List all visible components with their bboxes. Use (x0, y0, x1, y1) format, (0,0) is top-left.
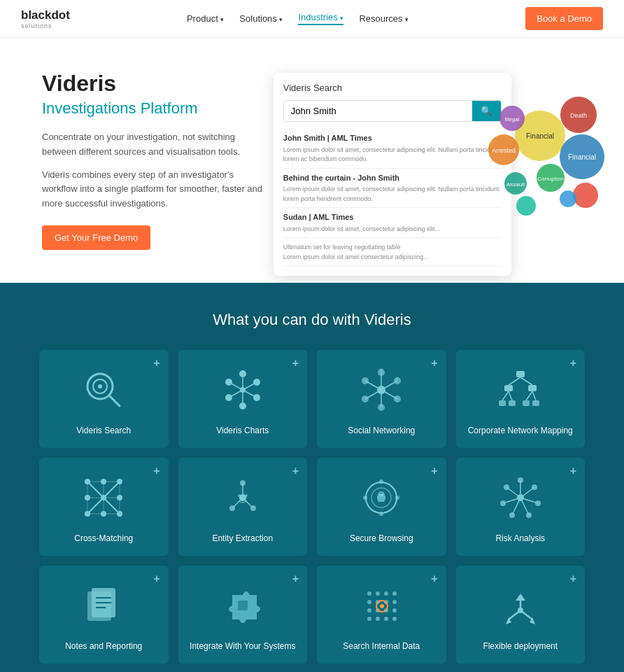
svg-marker-135 (516, 594, 525, 601)
plus-icon: + (431, 465, 437, 477)
svg-rect-54 (523, 400, 530, 406)
plus-icon: + (570, 357, 576, 370)
card-label: Integrate With Your Systems (190, 641, 295, 651)
nav-product[interactable]: Product ▾ (187, 13, 224, 24)
nav-industries[interactable]: Industries ▾ (298, 12, 343, 25)
card-label: Social Networking (348, 426, 415, 435)
svg-text:Corruption: Corruption (537, 176, 563, 182)
svg-line-46 (365, 381, 381, 390)
hero-p2: Videris combines every step of an invest… (42, 168, 267, 211)
svg-point-94 (395, 496, 399, 500)
svg-point-95 (379, 512, 383, 516)
plus-icon: + (153, 573, 159, 585)
svg-text:Death: Death (570, 112, 587, 119)
svg-point-131 (384, 617, 388, 621)
result-1: John Smith | AML Times Lorem ipsum dolor… (283, 129, 502, 169)
svg-line-61 (532, 391, 536, 400)
card-risk-analysis[interactable]: + (456, 458, 586, 556)
social-icon (357, 365, 406, 414)
card-secure-browsing[interactable]: + Secure Browsing (317, 458, 446, 556)
result-3: Sudan | AML Times Lorem ipsum dolor sit … (283, 208, 502, 238)
card-label: Entity Extraction (212, 533, 273, 543)
network-icon (496, 365, 545, 414)
card-label: Secure Browsing (350, 533, 413, 543)
card-videris-charts[interactable]: + Videris Charts (178, 350, 308, 448)
card-cross-matching[interactable]: + (39, 458, 169, 556)
svg-point-130 (376, 617, 380, 621)
svg-line-56 (509, 377, 520, 385)
svg-line-60 (526, 391, 532, 400)
svg-rect-49 (516, 371, 525, 377)
hero-text: Videris Investigations Platform Concentr… (42, 71, 267, 250)
cross-icon (79, 473, 128, 522)
internal-search-icon (357, 581, 406, 630)
svg-line-85 (232, 498, 243, 508)
svg-point-48 (396, 377, 399, 381)
card-notes-reporting[interactable]: + Notes and Reporting (39, 566, 169, 664)
svg-rect-51 (528, 385, 537, 391)
svg-point-125 (367, 608, 371, 612)
svg-line-106 (520, 487, 534, 498)
svg-point-88 (245, 494, 248, 497)
cross-icon-area (48, 469, 160, 526)
svg-point-121 (367, 600, 371, 604)
plus-icon: + (292, 357, 299, 370)
internal-search-icon-area (325, 577, 438, 634)
card-label: Videris Search (76, 426, 131, 435)
svg-line-59 (509, 391, 512, 400)
book-demo-button[interactable]: Book a Demo (525, 7, 603, 30)
card-social-networking[interactable]: + (317, 350, 446, 448)
svg-line-45 (365, 390, 381, 399)
svg-line-57 (520, 377, 532, 385)
card-corporate-network[interactable]: + (456, 350, 586, 448)
svg-line-29 (243, 382, 257, 390)
svg-point-120 (392, 592, 397, 596)
features-heading: What you can do with Videris (28, 311, 596, 329)
search-results: John Smith | AML Times Lorem ipsum dolor… (283, 129, 502, 266)
card-label: Search Internal Data (343, 641, 420, 651)
card-videris-search[interactable]: + Videris Search (39, 350, 169, 448)
svg-rect-55 (532, 400, 539, 406)
secure-icon (357, 473, 406, 522)
risk-icon (496, 473, 545, 522)
card-flexible-deployment[interactable]: + Flexible deployment (456, 566, 586, 664)
svg-point-14 (573, 183, 598, 208)
svg-text:Financial: Financial (526, 132, 554, 140)
plus-icon: + (292, 573, 299, 585)
svg-text:Assault: Assault (506, 181, 525, 188)
search-icon (79, 365, 128, 414)
nav-links: Product ▾ Solutions ▾ Industries ▾ Resou… (187, 12, 409, 25)
card-label: Flexible deployment (483, 641, 558, 651)
svg-line-42 (381, 381, 397, 390)
hero-subtitle: Investigations Platform (42, 99, 267, 118)
logo[interactable]: blackdot solutions (21, 8, 70, 29)
hero-p1: Concentrate on your investigation, not s… (42, 130, 267, 160)
plus-icon: + (431, 573, 437, 585)
deployment-icon (496, 581, 545, 630)
svg-rect-50 (504, 385, 513, 391)
svg-point-118 (376, 592, 380, 596)
card-integrate-systems[interactable]: + Integrate With Your Systems (178, 566, 308, 664)
plus-icon: + (431, 357, 437, 370)
hero-section: Videris Investigations Platform Concentr… (0, 38, 624, 283)
notes-icon-area (48, 577, 160, 634)
deployment-icon-area (465, 577, 577, 634)
secure-icon-area (325, 469, 438, 526)
card-label: Cross-Matching (74, 533, 133, 543)
plus-icon: + (570, 465, 576, 477)
charts-icon-area (187, 361, 299, 419)
card-entity-extraction[interactable]: + Entity Extraction (178, 458, 308, 556)
svg-rect-52 (499, 400, 506, 406)
charts-icon (218, 365, 267, 414)
svg-line-111 (506, 487, 520, 498)
nav-resources[interactable]: Resources ▾ (359, 13, 409, 24)
notes-icon (79, 581, 128, 630)
card-search-internal[interactable]: + (317, 566, 446, 664)
plus-icon: + (570, 573, 576, 585)
svg-rect-53 (509, 400, 516, 406)
card-label: Corporate Network Mapping (468, 426, 573, 435)
search-input[interactable] (284, 101, 472, 121)
svg-point-129 (367, 617, 371, 621)
nav-solutions[interactable]: Solutions ▾ (239, 13, 283, 24)
hero-cta-button[interactable]: Get Your Free Demo (42, 225, 150, 250)
